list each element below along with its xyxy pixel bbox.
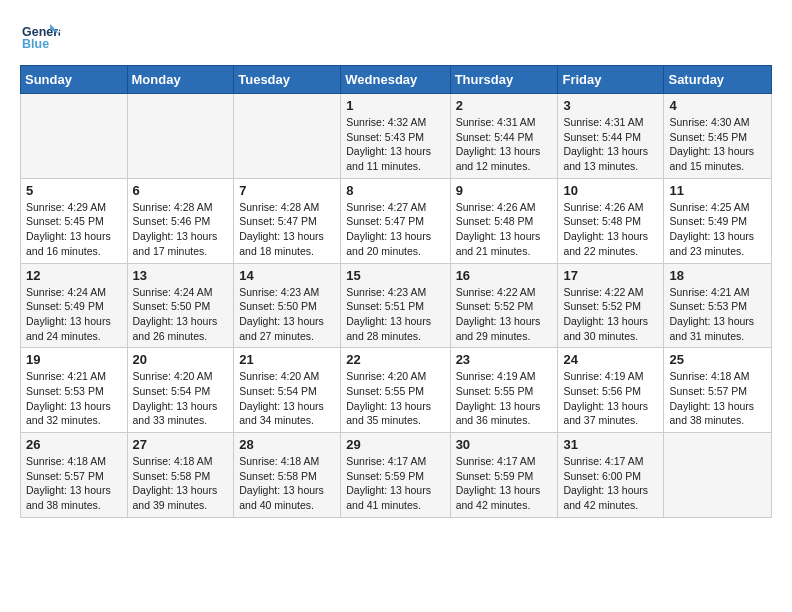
day-cell-5: 5Sunrise: 4:29 AM Sunset: 5:45 PM Daylig… — [21, 178, 128, 263]
week-row-3: 12Sunrise: 4:24 AM Sunset: 5:49 PM Dayli… — [21, 263, 772, 348]
day-number: 28 — [239, 437, 335, 452]
day-cell-9: 9Sunrise: 4:26 AM Sunset: 5:48 PM Daylig… — [450, 178, 558, 263]
day-cell-3: 3Sunrise: 4:31 AM Sunset: 5:44 PM Daylig… — [558, 94, 664, 179]
day-info: Sunrise: 4:25 AM Sunset: 5:49 PM Dayligh… — [669, 200, 766, 259]
day-cell-8: 8Sunrise: 4:27 AM Sunset: 5:47 PM Daylig… — [341, 178, 450, 263]
day-cell-6: 6Sunrise: 4:28 AM Sunset: 5:46 PM Daylig… — [127, 178, 234, 263]
logo-icon: General Blue — [20, 20, 60, 55]
weekday-header-tuesday: Tuesday — [234, 66, 341, 94]
weekday-header-saturday: Saturday — [664, 66, 772, 94]
day-info: Sunrise: 4:21 AM Sunset: 5:53 PM Dayligh… — [26, 369, 122, 428]
day-info: Sunrise: 4:23 AM Sunset: 5:51 PM Dayligh… — [346, 285, 444, 344]
day-info: Sunrise: 4:21 AM Sunset: 5:53 PM Dayligh… — [669, 285, 766, 344]
day-info: Sunrise: 4:32 AM Sunset: 5:43 PM Dayligh… — [346, 115, 444, 174]
day-info: Sunrise: 4:18 AM Sunset: 5:57 PM Dayligh… — [26, 454, 122, 513]
logo: General Blue — [20, 20, 60, 55]
day-number: 15 — [346, 268, 444, 283]
day-cell-30: 30Sunrise: 4:17 AM Sunset: 5:59 PM Dayli… — [450, 433, 558, 518]
day-number: 2 — [456, 98, 553, 113]
calendar-table: SundayMondayTuesdayWednesdayThursdayFrid… — [20, 65, 772, 518]
day-info: Sunrise: 4:28 AM Sunset: 5:46 PM Dayligh… — [133, 200, 229, 259]
day-number: 4 — [669, 98, 766, 113]
day-number: 31 — [563, 437, 658, 452]
day-cell-10: 10Sunrise: 4:26 AM Sunset: 5:48 PM Dayli… — [558, 178, 664, 263]
day-cell-21: 21Sunrise: 4:20 AM Sunset: 5:54 PM Dayli… — [234, 348, 341, 433]
day-cell-18: 18Sunrise: 4:21 AM Sunset: 5:53 PM Dayli… — [664, 263, 772, 348]
day-info: Sunrise: 4:31 AM Sunset: 5:44 PM Dayligh… — [563, 115, 658, 174]
calendar-body: 1Sunrise: 4:32 AM Sunset: 5:43 PM Daylig… — [21, 94, 772, 518]
day-number: 8 — [346, 183, 444, 198]
day-info: Sunrise: 4:17 AM Sunset: 5:59 PM Dayligh… — [456, 454, 553, 513]
day-number: 22 — [346, 352, 444, 367]
day-number: 10 — [563, 183, 658, 198]
day-info: Sunrise: 4:17 AM Sunset: 6:00 PM Dayligh… — [563, 454, 658, 513]
day-cell-26: 26Sunrise: 4:18 AM Sunset: 5:57 PM Dayli… — [21, 433, 128, 518]
day-number: 21 — [239, 352, 335, 367]
svg-text:Blue: Blue — [22, 37, 49, 51]
day-info: Sunrise: 4:19 AM Sunset: 5:56 PM Dayligh… — [563, 369, 658, 428]
weekday-header-monday: Monday — [127, 66, 234, 94]
day-info: Sunrise: 4:24 AM Sunset: 5:49 PM Dayligh… — [26, 285, 122, 344]
day-cell-1: 1Sunrise: 4:32 AM Sunset: 5:43 PM Daylig… — [341, 94, 450, 179]
day-number: 3 — [563, 98, 658, 113]
day-cell-12: 12Sunrise: 4:24 AM Sunset: 5:49 PM Dayli… — [21, 263, 128, 348]
weekday-header-row: SundayMondayTuesdayWednesdayThursdayFrid… — [21, 66, 772, 94]
day-cell-4: 4Sunrise: 4:30 AM Sunset: 5:45 PM Daylig… — [664, 94, 772, 179]
day-cell-17: 17Sunrise: 4:22 AM Sunset: 5:52 PM Dayli… — [558, 263, 664, 348]
day-info: Sunrise: 4:27 AM Sunset: 5:47 PM Dayligh… — [346, 200, 444, 259]
day-cell-24: 24Sunrise: 4:19 AM Sunset: 5:56 PM Dayli… — [558, 348, 664, 433]
day-cell-7: 7Sunrise: 4:28 AM Sunset: 5:47 PM Daylig… — [234, 178, 341, 263]
day-number: 27 — [133, 437, 229, 452]
weekday-header-thursday: Thursday — [450, 66, 558, 94]
day-number: 19 — [26, 352, 122, 367]
day-info: Sunrise: 4:18 AM Sunset: 5:57 PM Dayligh… — [669, 369, 766, 428]
week-row-4: 19Sunrise: 4:21 AM Sunset: 5:53 PM Dayli… — [21, 348, 772, 433]
empty-cell — [664, 433, 772, 518]
day-number: 25 — [669, 352, 766, 367]
page-header: General Blue — [20, 20, 772, 55]
weekday-header-sunday: Sunday — [21, 66, 128, 94]
day-number: 14 — [239, 268, 335, 283]
week-row-2: 5Sunrise: 4:29 AM Sunset: 5:45 PM Daylig… — [21, 178, 772, 263]
empty-cell — [21, 94, 128, 179]
day-info: Sunrise: 4:22 AM Sunset: 5:52 PM Dayligh… — [563, 285, 658, 344]
day-number: 16 — [456, 268, 553, 283]
day-number: 12 — [26, 268, 122, 283]
day-info: Sunrise: 4:18 AM Sunset: 5:58 PM Dayligh… — [133, 454, 229, 513]
weekday-header-wednesday: Wednesday — [341, 66, 450, 94]
day-cell-20: 20Sunrise: 4:20 AM Sunset: 5:54 PM Dayli… — [127, 348, 234, 433]
day-info: Sunrise: 4:24 AM Sunset: 5:50 PM Dayligh… — [133, 285, 229, 344]
day-info: Sunrise: 4:19 AM Sunset: 5:55 PM Dayligh… — [456, 369, 553, 428]
day-number: 7 — [239, 183, 335, 198]
day-number: 18 — [669, 268, 766, 283]
day-cell-13: 13Sunrise: 4:24 AM Sunset: 5:50 PM Dayli… — [127, 263, 234, 348]
empty-cell — [234, 94, 341, 179]
day-number: 13 — [133, 268, 229, 283]
day-number: 29 — [346, 437, 444, 452]
day-cell-15: 15Sunrise: 4:23 AM Sunset: 5:51 PM Dayli… — [341, 263, 450, 348]
day-cell-29: 29Sunrise: 4:17 AM Sunset: 5:59 PM Dayli… — [341, 433, 450, 518]
day-info: Sunrise: 4:20 AM Sunset: 5:54 PM Dayligh… — [239, 369, 335, 428]
day-info: Sunrise: 4:22 AM Sunset: 5:52 PM Dayligh… — [456, 285, 553, 344]
day-info: Sunrise: 4:26 AM Sunset: 5:48 PM Dayligh… — [456, 200, 553, 259]
day-cell-31: 31Sunrise: 4:17 AM Sunset: 6:00 PM Dayli… — [558, 433, 664, 518]
day-number: 20 — [133, 352, 229, 367]
empty-cell — [127, 94, 234, 179]
day-cell-11: 11Sunrise: 4:25 AM Sunset: 5:49 PM Dayli… — [664, 178, 772, 263]
day-info: Sunrise: 4:26 AM Sunset: 5:48 PM Dayligh… — [563, 200, 658, 259]
day-info: Sunrise: 4:31 AM Sunset: 5:44 PM Dayligh… — [456, 115, 553, 174]
day-info: Sunrise: 4:28 AM Sunset: 5:47 PM Dayligh… — [239, 200, 335, 259]
day-cell-28: 28Sunrise: 4:18 AM Sunset: 5:58 PM Dayli… — [234, 433, 341, 518]
day-cell-2: 2Sunrise: 4:31 AM Sunset: 5:44 PM Daylig… — [450, 94, 558, 179]
day-number: 23 — [456, 352, 553, 367]
weekday-header-friday: Friday — [558, 66, 664, 94]
day-info: Sunrise: 4:20 AM Sunset: 5:55 PM Dayligh… — [346, 369, 444, 428]
day-number: 11 — [669, 183, 766, 198]
day-cell-27: 27Sunrise: 4:18 AM Sunset: 5:58 PM Dayli… — [127, 433, 234, 518]
day-info: Sunrise: 4:17 AM Sunset: 5:59 PM Dayligh… — [346, 454, 444, 513]
day-number: 1 — [346, 98, 444, 113]
day-number: 24 — [563, 352, 658, 367]
day-cell-23: 23Sunrise: 4:19 AM Sunset: 5:55 PM Dayli… — [450, 348, 558, 433]
day-cell-16: 16Sunrise: 4:22 AM Sunset: 5:52 PM Dayli… — [450, 263, 558, 348]
day-info: Sunrise: 4:20 AM Sunset: 5:54 PM Dayligh… — [133, 369, 229, 428]
